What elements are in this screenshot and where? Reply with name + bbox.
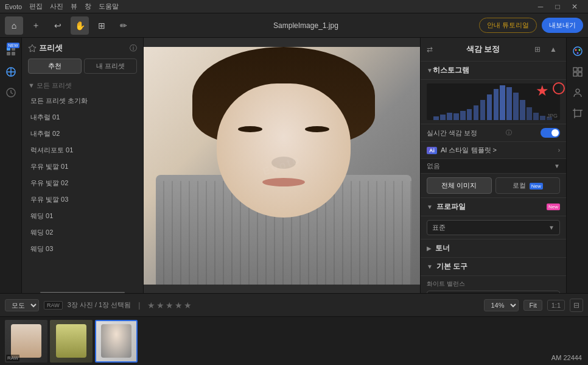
am-text: AM 22444	[551, 354, 582, 361]
minimize-button[interactable]: ─	[532, 0, 549, 13]
person-icon[interactable]	[569, 84, 586, 101]
guide-tutorial-button[interactable]: 안내 튜토리얼	[479, 18, 537, 33]
wb-title: 화이트 밸런스	[427, 280, 560, 288]
menu-window[interactable]: 창	[85, 2, 91, 11]
zoom-select[interactable]: 14%	[484, 299, 519, 311]
preset-item-reset[interactable]: 모든 프리셋 초기화	[22, 93, 143, 109]
toner-section-header[interactable]: ▶ 토너	[421, 239, 566, 258]
toggle-knob	[551, 129, 559, 136]
filmstrip: RAW AM 22444	[0, 316, 588, 365]
preset-item-milk03[interactable]: 우유 빛깔 03	[22, 191, 143, 208]
ai-value-dropdown[interactable]: 없음 ▼	[421, 159, 566, 174]
preset-item-wedding02[interactable]: 웨딩 02	[22, 224, 143, 241]
svg-rect-15	[573, 73, 577, 76]
preset-info-icon[interactable]: ⓘ	[130, 43, 137, 54]
svg-point-10	[575, 49, 576, 51]
main-layout: NEW 프리셋 ⓘ 추천	[0, 38, 588, 293]
tab-recommend[interactable]: 추천	[28, 58, 82, 74]
preset-item-milk01[interactable]: 우유 빛깔 01	[22, 158, 143, 175]
preset-panel-title: 프리셋	[39, 43, 63, 54]
right-panel-title: 색감 보정	[466, 44, 500, 55]
preset-tabs: 추천 내 프리셋	[22, 58, 143, 79]
toner-title: 토너	[435, 243, 560, 253]
profile-dropdown-arrow: ▼	[548, 224, 555, 231]
profile-caret: ▼	[427, 204, 433, 210]
fit-button[interactable]: Fit	[523, 300, 542, 311]
profile-title: 프로파일	[436, 202, 543, 212]
ai-badge: Ai	[427, 147, 437, 154]
adjust-icon[interactable]	[2, 63, 19, 80]
filmstrip-thumb-2[interactable]	[50, 320, 93, 363]
raw-badge: RAW	[44, 301, 63, 310]
tag-button[interactable]: ⊞	[93, 16, 111, 35]
local-button[interactable]: 로컬 New	[495, 177, 561, 194]
full-image-button[interactable]: 전체 이미지	[427, 177, 492, 194]
mode-select[interactable]: 모도	[5, 299, 39, 311]
grid-icon[interactable]	[569, 63, 586, 80]
brush-button[interactable]: ✏	[114, 16, 133, 35]
menu-edit[interactable]: 편집	[29, 2, 43, 11]
preset-item-milk02[interactable]: 우유 빛깔 02	[22, 175, 143, 191]
preset-item-wedding03[interactable]: 웨딩 03	[22, 241, 143, 257]
thumb-photo-2	[56, 324, 86, 358]
crop-icon[interactable]	[569, 105, 586, 122]
canvas-area[interactable]: Evoto	[144, 38, 420, 293]
preset-panel-header: 프리셋 ⓘ	[22, 38, 143, 58]
filmstrip-thumb-1[interactable]: RAW	[5, 320, 47, 363]
svg-rect-14	[578, 68, 582, 71]
undo-button[interactable]: ↩	[49, 16, 67, 35]
menu-view[interactable]: 뷰	[71, 2, 77, 11]
export-button[interactable]: 내보내기	[542, 18, 583, 33]
histogram-jpg-label: JPG	[547, 113, 558, 119]
tab-my-preset[interactable]: 내 프리셋	[84, 58, 138, 74]
star-rating[interactable]: ★★★★★	[147, 300, 193, 310]
histogram-area: JPG ★	[421, 80, 566, 124]
right-panel: ⇄ 색감 보정 ⊞ ▲ ▼ 히스토그램	[420, 38, 566, 293]
wb-section: 화이트 밸런스 원본 이미지 설정 ▼ ⤢	[421, 276, 566, 293]
photo-count: 3장 사진 / 1장 선택됨	[68, 300, 131, 310]
histogram-chevron: ▼	[427, 67, 433, 74]
portrait-left-eye	[238, 126, 262, 132]
realtime-info-icon[interactable]: ⓘ	[506, 129, 512, 137]
thumb-label-1: RAW	[6, 355, 19, 361]
portrait-face	[217, 83, 351, 218]
right-panel-icons: ⊞ ▲	[531, 43, 560, 56]
left-panel: 프리셋 ⓘ 추천 내 프리셋 ▼ 모든 프리셋 모든 프리셋 초기화 내추럴 0…	[22, 38, 144, 293]
realtime-toggle[interactable]	[541, 128, 560, 138]
histogram-section-header[interactable]: ▼ 히스토그램	[421, 62, 566, 80]
window-controls: ─ □ ✕	[532, 0, 583, 13]
svg-point-17	[576, 89, 579, 93]
menu-help[interactable]: 도움말	[99, 2, 119, 11]
panel-up-icon[interactable]: ▲	[547, 43, 560, 56]
maximize-button[interactable]: □	[549, 0, 566, 13]
menu-evoto[interactable]: Evoto	[5, 3, 22, 10]
palette-icon[interactable]	[569, 43, 586, 60]
ai-template-row[interactable]: Ai AI 스타일 템플릿 > ›	[421, 142, 566, 159]
histogram-title: 히스토그램	[433, 65, 560, 76]
toolbar-right: 안내 튜토리얼 내보내기	[479, 18, 583, 33]
preset-item-natural01[interactable]: 내추럴 01	[22, 109, 143, 126]
new-badge: New	[530, 183, 543, 190]
hand-tool-button[interactable]: ✋	[71, 16, 89, 35]
home-button[interactable]: ⌂	[5, 16, 23, 35]
panel-grid-icon[interactable]: ⊞	[531, 43, 544, 56]
one-to-one-button[interactable]: 1:1	[547, 300, 565, 311]
preset-item-luxury01[interactable]: 럭셔리포토 01	[22, 142, 143, 158]
menu-photo[interactable]: 사진	[50, 2, 63, 11]
history-icon[interactable]	[2, 84, 19, 101]
preset-item-wedding01[interactable]: 웨딩 01	[22, 208, 143, 224]
filmstrip-toggle-button[interactable]: ⊟	[570, 299, 583, 312]
portrait-background: Evoto	[144, 47, 420, 285]
filmstrip-thumb-3[interactable]	[95, 320, 138, 363]
preset-icon[interactable]: NEW	[2, 43, 19, 60]
add-button[interactable]: ＋	[27, 16, 45, 35]
svg-rect-3	[12, 52, 15, 55]
svg-rect-16	[578, 73, 582, 76]
basic-tool-section-header[interactable]: ▼ 기본 도구	[421, 258, 566, 276]
ai-value: 없음	[427, 161, 554, 171]
preset-section-all[interactable]: ▼ 모든 프리셋	[22, 79, 143, 93]
close-button[interactable]: ✕	[566, 0, 583, 13]
profile-section-header[interactable]: ▼ 프로파일 New	[421, 198, 566, 216]
preset-item-natural02[interactable]: 내추럴 02	[22, 126, 143, 142]
profile-dropdown[interactable]: 표준 ▼	[427, 220, 560, 235]
